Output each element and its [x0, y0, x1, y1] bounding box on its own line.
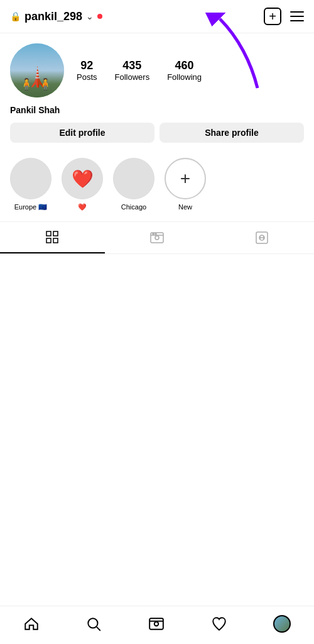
- nav-search[interactable]: [78, 613, 109, 635]
- svg-rect-2: [53, 231, 58, 236]
- tab-grid[interactable]: [0, 222, 105, 253]
- highlight-label-new: New: [178, 203, 192, 211]
- following-count: 460: [175, 59, 194, 72]
- highlight-label-heart: ❤️: [78, 203, 87, 211]
- header-left: 🔒 pankil_298 ⌄: [10, 10, 102, 23]
- highlight-label-europe: Europe 🇪🇺: [14, 203, 48, 211]
- highlights: Europe 🇪🇺 ❤️ ❤️ Chicago + New: [0, 153, 314, 221]
- svg-rect-14: [149, 618, 163, 629]
- content-area: [0, 254, 314, 474]
- posts-label: Posts: [77, 72, 97, 82]
- following-label: Following: [167, 72, 202, 82]
- avatar-container[interactable]: 🗼 🧍 🧍: [10, 43, 64, 97]
- heart-icon: [211, 616, 227, 632]
- header-right: +: [264, 8, 304, 25]
- posts-count: 92: [80, 59, 93, 72]
- username[interactable]: pankil_298: [24, 10, 82, 23]
- highlight-label-chicago: Chicago: [121, 203, 146, 211]
- following-stat[interactable]: 460 Following: [167, 59, 202, 82]
- svg-point-6: [155, 236, 159, 240]
- nav-heart[interactable]: [203, 613, 235, 635]
- new-post-button[interactable]: +: [264, 8, 281, 25]
- bottom-nav: [0, 606, 314, 644]
- tab-tagged[interactable]: [209, 222, 314, 253]
- avatar: 🗼 🧍 🧍: [10, 43, 64, 97]
- reels-icon: [149, 230, 165, 245]
- svg-point-8: [153, 233, 154, 235]
- share-profile-button[interactable]: Share profile: [160, 123, 304, 143]
- highlight-circle-chicago: [113, 158, 154, 199]
- svg-line-13: [97, 627, 100, 631]
- nav-profile[interactable]: [266, 613, 298, 635]
- grid-icon: [45, 230, 60, 245]
- nav-home[interactable]: [16, 613, 47, 635]
- online-dot: [97, 14, 102, 19]
- svg-point-9: [155, 233, 156, 235]
- nav-reels[interactable]: [141, 613, 172, 635]
- tagged-icon: [254, 230, 269, 245]
- stats: 92 Posts 435 Followers 460 Following: [77, 59, 304, 82]
- svg-rect-1: [46, 231, 51, 236]
- highlight-circle-new: +: [165, 158, 206, 199]
- svg-point-15: [154, 622, 159, 626]
- highlight-europe[interactable]: Europe 🇪🇺: [10, 158, 51, 211]
- highlight-heart[interactable]: ❤️ ❤️: [62, 158, 103, 211]
- reels-nav-icon: [148, 616, 165, 632]
- highlight-circle-heart: ❤️: [62, 158, 103, 199]
- header: 🔒 pankil_298 ⌄ +: [0, 0, 314, 33]
- chevron-down-icon[interactable]: ⌄: [86, 11, 94, 21]
- search-icon: [85, 616, 102, 632]
- tabs: [0, 221, 314, 254]
- plus-square-icon: +: [264, 8, 281, 25]
- home-icon: [23, 616, 40, 632]
- lock-icon: 🔒: [10, 11, 21, 21]
- profile-avatar-nav: [273, 615, 291, 633]
- svg-rect-3: [46, 238, 51, 243]
- followers-count: 435: [122, 59, 141, 72]
- followers-label: Followers: [115, 72, 150, 82]
- highlight-new[interactable]: + New: [165, 158, 206, 211]
- highlight-circle-europe: [10, 158, 51, 199]
- followers-stat[interactable]: 435 Followers: [115, 59, 150, 82]
- svg-rect-4: [53, 238, 58, 243]
- svg-point-12: [89, 618, 98, 628]
- highlight-chicago[interactable]: Chicago: [113, 158, 154, 211]
- profile-section: 🗼 🧍 🧍 92 Posts 435 Followers 460 Followi…: [0, 33, 314, 103]
- tab-reels[interactable]: [105, 222, 210, 253]
- posts-stat[interactable]: 92 Posts: [77, 59, 97, 82]
- hamburger-icon: [290, 11, 304, 21]
- action-buttons: Edit profile Share profile: [0, 123, 314, 153]
- profile-name: Pankil Shah: [0, 103, 314, 123]
- menu-button[interactable]: [290, 11, 304, 21]
- edit-profile-button[interactable]: Edit profile: [10, 123, 154, 143]
